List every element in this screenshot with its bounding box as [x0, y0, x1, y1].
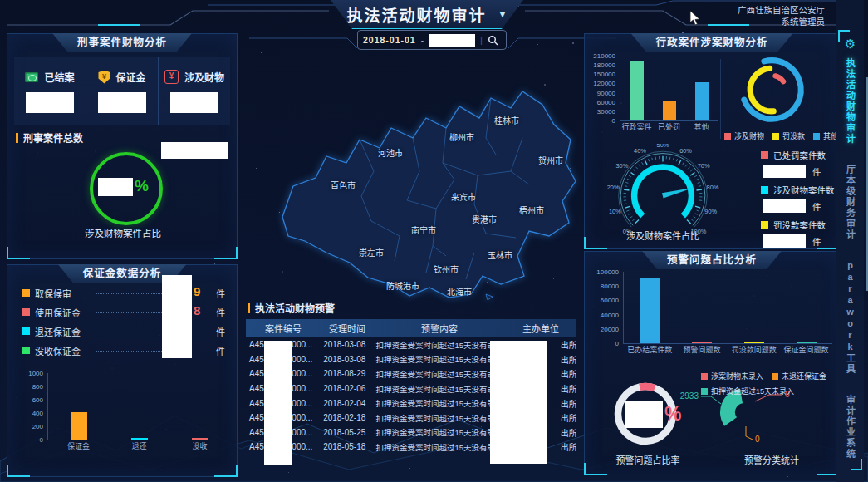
- legend-swatch: [701, 373, 708, 380]
- org-name: 广西壮族自治区公安厅: [738, 4, 825, 16]
- sidebar-menu: 执法活动财物审计厅本级财务审计parawork工具审计作业系统: [836, 58, 864, 460]
- legend-swatch: [761, 151, 768, 159]
- bar-group: 行政案件: [630, 56, 644, 120]
- section-marker: [16, 133, 18, 143]
- legend-swatch: [761, 221, 768, 229]
- bar-label: 保证金问题数: [784, 344, 829, 355]
- gauge-legend: 已处罚案件数件涉及财物案件数件罚没款案件数件: [761, 149, 835, 253]
- gear-icon[interactable]: ⚙: [836, 37, 864, 52]
- map-city-label: 贵港市: [472, 213, 497, 225]
- map-city-label: 玉林市: [488, 248, 512, 261]
- bar-label: 预警问题数: [684, 344, 721, 355]
- map-city-label: 崇左市: [359, 246, 384, 258]
- unit-label: 件: [812, 200, 821, 213]
- col-warning-content: 预警内容: [374, 322, 505, 335]
- bar-group: 保证金: [71, 373, 87, 440]
- date-range-separator: -: [421, 36, 424, 45]
- y-axis: 020000400006000080000100000: [591, 272, 623, 344]
- section-title: 刑事案件总数: [23, 130, 83, 145]
- map-city-label: 桂林市: [494, 114, 519, 126]
- bar-保证金问题数: [797, 342, 817, 343]
- admin-bar-chart: 0300006000090000120000150000180000210000…: [588, 56, 718, 121]
- svg-text:30%: 30%: [615, 162, 628, 170]
- warning-bar-chart: 020000400006000080000100000已办结案件数预警问题数罚没…: [591, 272, 832, 344]
- legend-item: 扣押资金超过15天未录入: [701, 386, 794, 396]
- percent-sign: %: [135, 177, 149, 195]
- svg-text:10%: 10%: [609, 208, 621, 215]
- pie-label-value: 0: [755, 435, 760, 444]
- bar-已处罚: [663, 101, 676, 120]
- table-header: 案件编号 受理时间 预警内容 主办单位: [246, 319, 576, 337]
- sidebar-item[interactable]: parawork工具: [845, 260, 856, 375]
- right-sidebar: ⚙ 执法活动财物审计厅本级财务审计parawork工具审计作业系统: [836, 0, 864, 482]
- corner-bracket: [851, 459, 862, 470]
- col-host-org: 主办单位: [505, 322, 576, 335]
- warning-panel: 预警问题占比分析 020000400006000080000100000已办结案…: [584, 251, 840, 475]
- legend-label: 涉及财物案件数: [773, 184, 835, 196]
- redacted-percentage: [98, 178, 133, 196]
- money-icon: [25, 72, 38, 82]
- start-date-value[interactable]: 2018-01-01: [363, 35, 416, 45]
- legend-label: 扣押资金超过15天未录入: [711, 386, 794, 396]
- legend-swatch: [761, 186, 768, 194]
- redacted-value: [763, 165, 806, 178]
- chevron-down-icon[interactable]: ▼: [498, 9, 508, 19]
- gauge-legend-group: 罚没款案件数件: [761, 219, 835, 248]
- redacted-column: [490, 341, 547, 464]
- bar-label: 退还: [131, 440, 146, 451]
- visible-digit: 8: [194, 303, 200, 317]
- svg-text:60%: 60%: [679, 147, 692, 155]
- map-shape[interactable]: [237, 38, 586, 302]
- stat-deposit: 保证金: [86, 57, 158, 125]
- legend-item: 其他: [813, 130, 838, 141]
- cell-date: 2018-03-08: [320, 340, 375, 349]
- legend-label: 退还保证金: [35, 325, 88, 338]
- legend-swatch: [772, 133, 779, 140]
- panel-title: 预警问题占比分析: [642, 251, 782, 269]
- user-role[interactable]: 系统管理员: [738, 16, 825, 27]
- col-accept-date: 受理时间: [321, 322, 374, 335]
- bar-保证金: [71, 412, 87, 440]
- guangxi-map[interactable]: 河池市柳州市桂林市贺州市百色市来宾市梧州市贵港市南宁市玉林市崇左市钦州市防城港市…: [237, 38, 586, 302]
- bar-group: 其他: [695, 56, 709, 120]
- stat-label: 涉及财物: [184, 70, 224, 84]
- sidebar-item[interactable]: 厅本级财务审计: [845, 165, 856, 240]
- search-icon[interactable]: [488, 35, 498, 46]
- bar-group: 已处罚: [663, 56, 676, 120]
- stat-involved-property: 涉及财物: [158, 57, 230, 125]
- date-range-picker[interactable]: 2018-01-01 - |: [357, 30, 507, 50]
- bar-行政案件: [630, 61, 644, 120]
- bar-group: 退还: [131, 373, 148, 440]
- gauge-caption: 涉及财物案件占比: [595, 229, 731, 242]
- svg-text:90%: 90%: [704, 208, 717, 215]
- sidebar-item[interactable]: 执法活动财物审计: [845, 58, 856, 145]
- section-marker: [248, 303, 250, 313]
- map-city-label: 百色市: [331, 179, 356, 191]
- bar-group: 罚没款问题数: [744, 272, 764, 343]
- gauge-legend-group: 涉及财物案件数件: [761, 184, 835, 213]
- y-axis: 02004006008001000: [16, 373, 47, 440]
- deposit-panel: 保证金数据分析 取保候审件使用保证金件退还保证金件没收保证金件 9 8 0200…: [7, 264, 238, 477]
- redacted-value: [763, 199, 806, 213]
- dashboard-screen: 执法活动财物审计 ▼ 广西壮族自治区公安厅 系统管理员 2018-01-01 -…: [0, 0, 868, 482]
- app-title-tab[interactable]: 执法活动财物审计 ▼: [331, 0, 523, 29]
- bar-没收: [192, 438, 208, 440]
- percent-sign: %: [664, 403, 681, 425]
- redacted-end-date[interactable]: [429, 34, 475, 47]
- legend-swatch: [813, 133, 820, 140]
- svg-text:40%: 40%: [634, 147, 646, 155]
- legend-swatch: [22, 289, 30, 297]
- donut-caption: 涉及财物案件占比: [56, 226, 190, 239]
- map-city-label: 防城港市: [386, 279, 419, 292]
- plot-area: 保证金退还没收: [47, 373, 230, 440]
- sidebar-item[interactable]: 审计作业系统: [845, 395, 856, 460]
- ring-legend: 涉及财物罚没款其他: [724, 130, 838, 141]
- redacted-column: [264, 341, 292, 465]
- map-city-label: 柳州市: [449, 130, 474, 143]
- bar-退还: [131, 438, 148, 440]
- cell-content: 扣押资金受案时间超过15天没有录入: [375, 383, 505, 395]
- gauge-legend-group: 已处罚案件数件: [761, 149, 835, 178]
- stat-label: 保证金: [115, 70, 145, 84]
- legend-label: 取保候审: [35, 287, 88, 300]
- legend-swatch: [724, 133, 731, 140]
